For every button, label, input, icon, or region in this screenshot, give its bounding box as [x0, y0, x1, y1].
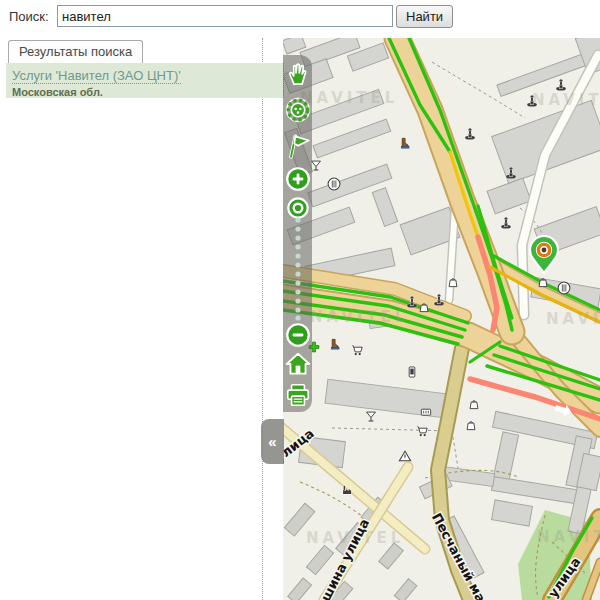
route-flag-icon[interactable] — [284, 131, 312, 159]
collapse-panel-button[interactable]: « — [261, 419, 284, 464]
svg-text:NAVITEL: NAVITEL — [546, 310, 600, 328]
poi-restaurant-icon — [328, 178, 340, 190]
app-window: { "search": { "label": "Поиск:", "value"… — [0, 0, 600, 600]
poi-shop-icon — [467, 422, 475, 430]
poi-shop-icon — [470, 401, 478, 409]
search-button[interactable]: Найти — [396, 5, 453, 28]
svg-text:NAVITEL: NAVITEL — [310, 308, 408, 326]
search-input[interactable] — [57, 5, 393, 27]
zoom-in-icon[interactable] — [284, 165, 312, 193]
tab-search-results[interactable]: Результаты поиска — [8, 40, 143, 63]
panel-divider — [262, 38, 263, 600]
poi-wc-icon — [421, 409, 430, 415]
print-icon[interactable] — [284, 381, 312, 409]
svg-text:NAVITEL: NAVITEL — [532, 91, 600, 109]
svg-text:NAVITEL: NAVITEL — [300, 89, 398, 107]
zoom-out-icon[interactable] — [284, 321, 312, 349]
result-link[interactable]: Услуги 'Навител (ЗАО ЦНТ)' — [12, 68, 181, 84]
poi-shop-icon — [420, 304, 428, 312]
map-canvas[interactable]: NAVITEL NAVITEL NAVITEL NAVITEL NAVITEL … — [283, 38, 600, 600]
pan-hand-icon[interactable] — [284, 60, 312, 88]
search-label: Поиск: — [9, 9, 49, 24]
traffic-gear-icon[interactable] — [284, 96, 312, 124]
svg-text:NAVITEL: NAVITEL — [537, 528, 600, 546]
poi-shop-icon — [449, 279, 457, 287]
search-bar: Поиск: Найти — [0, 0, 600, 38]
home-icon[interactable] — [284, 350, 312, 378]
result-region: Московская обл. — [12, 86, 280, 98]
search-result-item[interactable]: Услуги 'Навител (ЗАО ЦНТ)' Московская об… — [6, 63, 284, 98]
zoom-track[interactable] — [284, 212, 312, 322]
poi-phone-icon — [409, 367, 415, 377]
poi-restaurant-icon — [558, 282, 570, 294]
poi-shop-icon — [539, 279, 547, 287]
